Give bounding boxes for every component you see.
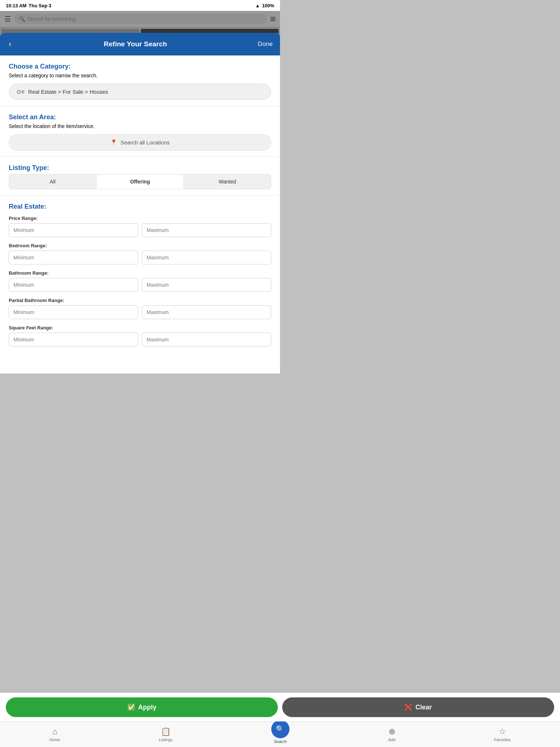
wifi-icon: ▲ [255, 3, 260, 8]
status-time: 10:13 AM [6, 3, 27, 8]
real-estate-section: Real Estate: Price Range: Bedroom Range: [0, 196, 280, 358]
area-section: Select an Area: Select the location of t… [0, 106, 280, 157]
battery-icon: 100% [262, 3, 274, 8]
back-button[interactable]: ‹ [7, 38, 13, 50]
bedroom-range-group: Bedroom Range: [9, 243, 271, 264]
sqft-range-label: Square Feet Range: [9, 325, 271, 330]
sqft-range-group: Square Feet Range: [9, 325, 271, 347]
price-min-input[interactable] [9, 223, 138, 237]
partial-bathroom-range-group: Partial Bathroom Range: [9, 298, 271, 319]
sqft-min-input[interactable] [9, 333, 138, 347]
category-selector[interactable]: ⊙≡ Real Estate > For Sale > Houses [9, 84, 271, 100]
status-bar: 10:13 AM Thu Sep 3 ▲ 100% [0, 0, 280, 11]
price-range-group: Price Range: [9, 216, 271, 237]
listing-option-wanted[interactable]: Wanted [184, 174, 271, 189]
listing-type-title: Listing Type: [9, 164, 271, 172]
price-range-label: Price Range: [9, 216, 271, 221]
partial-bathroom-max-input[interactable] [142, 305, 271, 319]
status-date: Thu Sep 3 [29, 3, 51, 8]
bathroom-range-group: Bathroom Range: [9, 270, 271, 292]
category-subtitle: Select a category to narrow the search. [9, 73, 271, 78]
modal-content: Choose a Category: Select a category to … [0, 55, 280, 374]
category-title: Choose a Category: [9, 63, 271, 70]
bathroom-min-input[interactable] [9, 278, 138, 292]
location-placeholder: Search all Locations [120, 139, 170, 146]
modal-title: Refine Your Search [104, 40, 167, 48]
real-estate-title: Real Estate: [9, 203, 271, 210]
partial-bathroom-range-label: Partial Bathroom Range: [9, 298, 271, 303]
modal-sheet: ‹ Refine Your Search Done Choose a Categ… [0, 33, 280, 374]
bathroom-max-input[interactable] [142, 278, 271, 292]
category-value: Real Estate > For Sale > Houses [28, 89, 108, 95]
bedroom-min-input[interactable] [9, 251, 138, 264]
bedroom-range-label: Bedroom Range: [9, 243, 271, 248]
area-title: Select an Area: [9, 113, 271, 121]
modal-overlay: ‹ Refine Your Search Done Choose a Categ… [0, 11, 280, 374]
listing-option-all[interactable]: All [9, 174, 97, 189]
sqft-max-input[interactable] [142, 333, 271, 347]
done-button[interactable]: Done [258, 40, 273, 48]
list-icon: ⊙≡ [16, 88, 24, 95]
location-icon: 📍 [110, 139, 117, 146]
modal-header: ‹ Refine Your Search Done [0, 33, 280, 55]
listing-option-offering[interactable]: Offering [97, 174, 184, 189]
category-section: Choose a Category: Select a category to … [0, 55, 280, 106]
listing-type-section: Listing Type: All Offering Wanted [0, 157, 280, 196]
price-max-input[interactable] [142, 223, 271, 237]
bathroom-range-label: Bathroom Range: [9, 270, 271, 276]
bedroom-max-input[interactable] [142, 251, 271, 264]
listing-type-toggle: All Offering Wanted [9, 174, 271, 189]
area-subtitle: Select the location of the item/service. [9, 123, 271, 129]
partial-bathroom-min-input[interactable] [9, 305, 138, 319]
location-selector[interactable]: 📍 Search all Locations [9, 134, 271, 151]
